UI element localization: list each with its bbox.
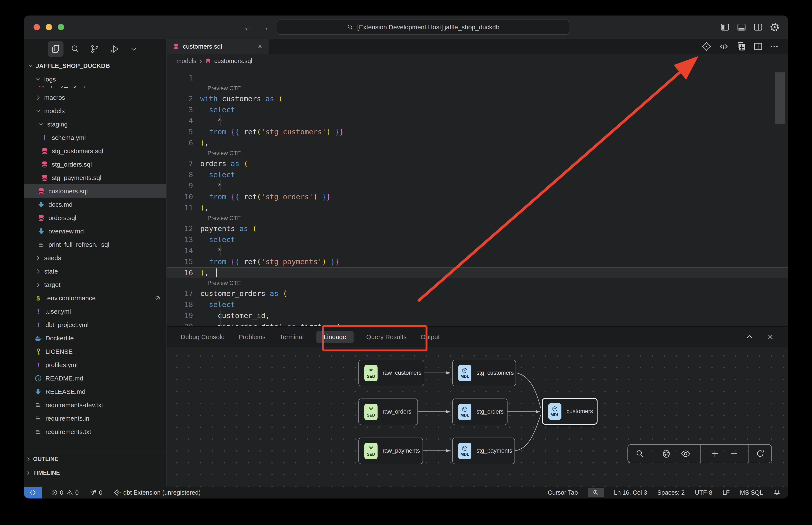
remote-indicator[interactable] <box>24 486 42 498</box>
forward-icon[interactable]: → <box>260 22 269 32</box>
lineage-canvas[interactable]: SEDraw_customersMDLstg_customersSEDraw_o… <box>167 347 788 486</box>
breadcrumb-models[interactable]: models <box>176 58 196 64</box>
lineage-aperture-icon[interactable] <box>662 449 671 459</box>
inline-code-icon[interactable] <box>718 41 729 52</box>
code-line-16[interactable]: 16), <box>167 267 788 278</box>
line-col-status[interactable]: Ln 16, Col 3 <box>614 489 647 496</box>
lineage-node-stg_payments[interactable]: MDLstg_payments <box>452 438 515 464</box>
tree-file-Dockerfile[interactable]: Dockerfile <box>24 331 166 345</box>
code-line-4[interactable]: 4 * <box>167 115 788 126</box>
panel-maximize-chevron-icon[interactable] <box>745 333 754 341</box>
lineage-refresh-icon[interactable] <box>755 449 765 459</box>
search-view-icon[interactable] <box>67 41 83 57</box>
tree-file-RELEASE.md[interactable]: RELEASE.md <box>24 385 166 398</box>
tree-file-customers.sql[interactable]: customers.sql <box>24 184 166 198</box>
run-debug-icon[interactable] <box>106 41 122 57</box>
split-editor-icon[interactable] <box>753 41 763 51</box>
code-line-14[interactable]: 14 * <box>167 245 788 256</box>
code-line-9[interactable]: 9 * <box>167 180 788 191</box>
codelens-preview-cte[interactable]: Preview CTE <box>167 278 788 288</box>
cursor-tab-status[interactable]: Cursor Tab <box>548 489 578 496</box>
lineage-node-stg_orders[interactable]: MDLstg_orders <box>452 399 507 425</box>
tree-file-stg_customers.sql[interactable]: stg_customers.sql <box>24 144 166 158</box>
lineage-node-raw_orders[interactable]: SEDraw_orders <box>358 399 418 425</box>
tree-file-requirements.in[interactable]: requirements.in <box>24 412 166 425</box>
tab-customers-sql[interactable]: customers.sql × <box>167 39 269 54</box>
eol-status[interactable]: LF <box>723 489 730 496</box>
breadcrumb-file[interactable]: customers.sql <box>214 58 252 64</box>
code-line-19[interactable]: 19 customer_id, <box>167 310 788 321</box>
tree-file-overview.md[interactable]: overview.md <box>24 225 166 238</box>
panel-close-icon[interactable] <box>766 333 774 341</box>
tree-folder-models[interactable]: models <box>24 104 166 118</box>
lineage-zoom-out-icon[interactable] <box>729 449 739 459</box>
tree-file-print_full_refresh._sql_[interactable]: print_full_refresh._sql_ <box>24 238 166 251</box>
tree-file-profiles.yml[interactable]: !profiles.yml <box>24 358 166 372</box>
codelens-preview-cte[interactable]: Preview CTE <box>167 148 788 158</box>
editor-scrollbar[interactable] <box>775 72 785 124</box>
tree-file-schema.yml[interactable]: !schema.yml <box>24 131 166 144</box>
tree-file-.env.conformance[interactable]: $.env.conformance⊘ <box>24 291 166 305</box>
panel-tab-debug-console[interactable]: Debug Console <box>179 331 226 343</box>
code-line-18[interactable]: 18 select <box>167 299 788 310</box>
close-tab-icon[interactable]: × <box>258 42 262 51</box>
code-line-8[interactable]: 8 select <box>167 169 788 180</box>
code-line-10[interactable]: 10 from {{ ref('stg_orders') }} <box>167 191 788 202</box>
code-line-7[interactable]: 7orders as ( <box>167 158 788 169</box>
tree-folder-logs[interactable]: logs <box>24 73 166 86</box>
code-line-5[interactable]: 5 from {{ ref('stg_customers') }} <box>167 126 788 137</box>
codelens-preview-cte[interactable]: Preview CTE <box>167 84 788 93</box>
lineage-eye-icon[interactable] <box>681 449 691 459</box>
tree-file-.user.yml[interactable]: !.user.yml <box>24 305 166 318</box>
dbt-extension-status[interactable]: dbt Extension (unregistered) <box>113 489 201 496</box>
codelens-preview-cte[interactable]: Preview CTE <box>167 213 788 223</box>
more-actions-icon[interactable] <box>769 42 779 51</box>
tree-file-stg_payments.sql[interactable]: stg_payments.sql <box>24 171 166 184</box>
lineage-search-icon[interactable] <box>635 449 645 459</box>
lineage-zoom-in-icon[interactable] <box>710 449 720 459</box>
tree-file-docs.md[interactable]: docs.md <box>24 198 166 211</box>
code-line-1[interactable]: 1 <box>167 72 788 84</box>
warnings-status[interactable]: 0 <box>66 489 78 496</box>
split-layout-icon[interactable] <box>753 22 763 32</box>
tree-folder-macros[interactable]: macros <box>24 91 166 104</box>
settings-gear-icon[interactable] <box>769 22 780 32</box>
ports-status[interactable]: 0 <box>90 489 102 496</box>
tree-file-orders.sql[interactable]: orders.sql <box>24 211 166 225</box>
tree-file-README.md[interactable]: README.md <box>24 372 166 385</box>
zoom-indicator[interactable] <box>588 487 604 497</box>
notifications-bell-icon[interactable] <box>773 489 781 496</box>
language-mode-status[interactable]: MS SQL <box>740 489 763 496</box>
code-editor[interactable]: 1Preview CTE2with customers as (3 select… <box>167 68 788 365</box>
close-window-button[interactable] <box>33 24 40 30</box>
panel-tab-problems[interactable]: Problems <box>237 331 267 343</box>
lineage-node-raw_customers[interactable]: SEDraw_customers <box>358 360 424 386</box>
code-line-2[interactable]: 2with customers as ( <box>167 93 788 104</box>
code-line-3[interactable]: 3 select <box>167 104 788 115</box>
code-line-12[interactable]: 12payments as ( <box>167 223 788 234</box>
toggle-panel-icon[interactable] <box>736 22 747 32</box>
code-line-13[interactable]: 13 select <box>167 234 788 245</box>
code-line-11[interactable]: 11), <box>167 202 788 213</box>
code-line-6[interactable]: 6), <box>167 137 788 148</box>
back-icon[interactable]: ← <box>243 22 253 32</box>
sidebar-section-outline[interactable]: OUTLINE <box>24 452 166 466</box>
tree-file-query_log.sql[interactable]: query_log.sql <box>24 86 166 91</box>
code-line-15[interactable]: 15 from {{ ref('stg_payments') }} <box>167 256 788 267</box>
sidebar-section-timeline[interactable]: TIMELINE <box>24 466 166 480</box>
tree-folder-target[interactable]: target <box>24 278 166 291</box>
encoding-status[interactable]: UTF-8 <box>695 489 712 496</box>
tree-file-dbt_project.yml[interactable]: !dbt_project.yml <box>24 318 166 331</box>
indentation-status[interactable]: Spaces: 2 <box>657 489 684 496</box>
code-line-17[interactable]: 17customer_orders as ( <box>167 288 788 299</box>
tree-folder-seeds[interactable]: seeds <box>24 251 166 265</box>
tree-file-stg_orders.sql[interactable]: stg_orders.sql <box>24 158 166 171</box>
command-center-search[interactable]: [Extension Development Host] jaffle_shop… <box>277 19 569 35</box>
errors-status[interactable]: 0 <box>51 489 63 496</box>
tree-file-requirements-dev.txt[interactable]: requirements-dev.txt <box>24 398 166 412</box>
query-results-table-icon[interactable] <box>736 41 747 52</box>
dbt-power-user-icon[interactable] <box>701 41 712 52</box>
tree-folder-JAFFLE_SHOP_DUCKDB[interactable]: JAFFLE_SHOP_DUCKDB <box>24 59 166 73</box>
lineage-node-raw_payments[interactable]: SEDraw_payments <box>358 438 423 464</box>
minimize-window-button[interactable] <box>46 24 52 30</box>
